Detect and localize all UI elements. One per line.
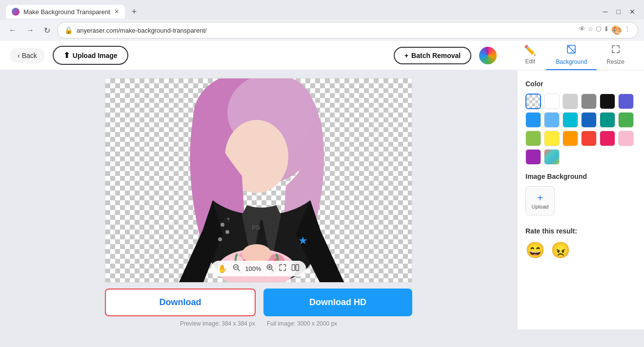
rate-title: Rate this result: — [525, 227, 636, 235]
color-swatch-transparent[interactable] — [525, 94, 541, 109]
color-swatch-lightgray[interactable] — [563, 94, 578, 109]
batch-label: Batch Removal — [411, 52, 461, 59]
nav-bar: ← → ↻ 🔒 anyeraser.com/make-background-tr… — [0, 19, 644, 41]
color-section: Color — [525, 80, 636, 165]
extension-icon[interactable]: ⬡ — [596, 25, 602, 36]
star-icon[interactable]: ☆ — [587, 25, 594, 36]
color-swatch-bluepurple[interactable] — [618, 94, 634, 109]
sidebar: Color — [517, 70, 644, 329]
download-area: Download Download HD Preview image: 384 … — [105, 289, 412, 327]
edit-tool-button[interactable]: ✏️ Edit — [514, 40, 546, 70]
refresh-button[interactable]: ↻ — [41, 24, 53, 37]
back-nav-button[interactable]: ← — [6, 24, 20, 37]
image-wrapper: ★ PG ✋ 100% — [105, 78, 412, 283]
color-section-title: Color — [525, 80, 636, 88]
color-swatch-blue[interactable] — [525, 112, 541, 128]
svg-line-28 — [272, 269, 274, 271]
svg-point-9 — [225, 230, 229, 234]
background-label: Background — [556, 58, 587, 65]
tab-close-button[interactable]: ✕ — [114, 8, 119, 15]
emoji-row: 😄 😠 — [525, 241, 636, 259]
download-buttons: Download Download HD — [105, 289, 412, 316]
color-swatch-red[interactable] — [581, 131, 597, 146]
maximize-button[interactable]: □ — [614, 7, 624, 17]
forward-nav-button[interactable]: → — [23, 24, 37, 37]
back-chevron-icon: ‹ — [18, 52, 20, 59]
close-button[interactable]: ✕ — [626, 7, 638, 17]
svg-rect-31 — [292, 265, 295, 270]
upload-image-button[interactable]: ⬆ Upload Image — [53, 46, 128, 65]
color-swatch-white[interactable] — [544, 94, 560, 109]
pan-button[interactable]: ✋ — [218, 264, 227, 273]
color-swatch-pink[interactable] — [618, 131, 634, 146]
color-swatch-darkblue[interactable] — [581, 112, 597, 128]
main-layout: ★ PG ✋ 100% — [0, 70, 644, 329]
minimize-button[interactable]: ─ — [600, 7, 611, 17]
background-icon — [566, 44, 576, 57]
color-swatch-gradient[interactable] — [544, 149, 560, 165]
resize-icon — [611, 44, 621, 57]
person-illustration: ★ PG — [105, 78, 412, 283]
color-swatch-pinkred[interactable] — [600, 131, 615, 146]
color-swatch-green[interactable] — [618, 112, 634, 128]
upload-background-button[interactable]: + Upload — [525, 186, 555, 215]
svg-point-22 — [224, 217, 230, 223]
rate-section: Rate this result: 😄 😠 — [525, 227, 636, 259]
color-swatch-yellowgreen[interactable] — [525, 131, 541, 146]
title-bar: Make Background Transparent ✕ + ─ □ ✕ — [0, 0, 644, 19]
svg-point-8 — [221, 223, 224, 227]
address-bar[interactable]: 🔒 anyeraser.com/make-background-transpar… — [57, 22, 638, 39]
download-button[interactable]: Download — [105, 289, 256, 316]
edit-icon: ✏️ — [524, 44, 536, 56]
canvas-area: ★ PG ✋ 100% — [0, 70, 517, 329]
resize-tool-button[interactable]: Resize — [597, 40, 634, 70]
compare-button[interactable] — [292, 264, 300, 273]
color-swatch-yellow[interactable] — [544, 131, 560, 146]
back-label: Back — [22, 52, 37, 59]
window-controls: ─ □ ✕ — [600, 7, 638, 17]
color-swatch-lightblue[interactable] — [544, 112, 560, 128]
happy-emoji-button[interactable]: 😄 — [525, 241, 545, 259]
lock-icon: 🔒 — [64, 26, 73, 34]
color-swatch-orange[interactable] — [563, 131, 578, 146]
svg-text:★: ★ — [298, 234, 308, 247]
eye-icon: 👁 — [579, 25, 585, 36]
app-header: ‹ Back ⬆ Upload Image + Batch Removal ✏️… — [0, 41, 644, 70]
tab-title: Make Background Transparent — [23, 8, 110, 16]
color-grid — [525, 94, 636, 165]
color-swatch-teal[interactable] — [600, 112, 615, 128]
fullscreen-button[interactable] — [279, 264, 287, 273]
color-swatch-cyan[interactable] — [563, 112, 578, 128]
download-nav-icon[interactable]: ⬇ — [604, 25, 609, 36]
color-swatch-black[interactable] — [600, 94, 615, 109]
image-background-section: Image Background + Upload — [525, 173, 636, 215]
back-button[interactable]: ‹ Back — [10, 48, 45, 63]
batch-removal-button[interactable]: + Batch Removal — [394, 47, 471, 64]
user-avatar[interactable] — [479, 47, 497, 64]
new-tab-button[interactable]: + — [129, 7, 140, 17]
extensions-area: 👁 ☆ ⬡ ⬇ 🎨 ⋮ — [579, 25, 631, 36]
menu-icon[interactable]: ⋮ — [624, 25, 631, 36]
upload-icon: ⬆ — [63, 51, 70, 60]
color-swatch-purple[interactable] — [525, 149, 541, 165]
browser-tab[interactable]: Make Background Transparent ✕ — [6, 5, 125, 19]
svg-rect-32 — [296, 265, 299, 270]
background-tool-button[interactable]: Background — [546, 40, 597, 70]
upload-label: Upload Image — [73, 52, 118, 59]
zoom-in-button[interactable] — [266, 264, 274, 273]
image-canvas[interactable]: ★ PG ✋ 100% — [105, 78, 412, 283]
svg-point-10 — [218, 237, 222, 241]
plus-icon: + — [404, 52, 408, 59]
browser-chrome: Make Background Transparent ✕ + ─ □ ✕ ← … — [0, 0, 644, 41]
profile-icon[interactable]: 🎨 — [611, 25, 622, 36]
zoom-controls: ✋ 100% — [211, 261, 306, 276]
image-info: Preview image: 384 x 384 px Full image: … — [180, 320, 337, 327]
upload-bg-icon: + — [537, 193, 543, 204]
zoom-out-button[interactable] — [232, 264, 240, 273]
angry-emoji-button[interactable]: 😠 — [551, 241, 570, 259]
full-info: Full image: 3000 x 2000 px — [267, 320, 337, 327]
edit-label: Edit — [525, 58, 535, 65]
tool-buttons: ✏️ Edit Background Resize — [514, 40, 634, 70]
download-hd-button[interactable]: Download HD — [263, 289, 412, 316]
color-swatch-gray[interactable] — [581, 94, 597, 109]
